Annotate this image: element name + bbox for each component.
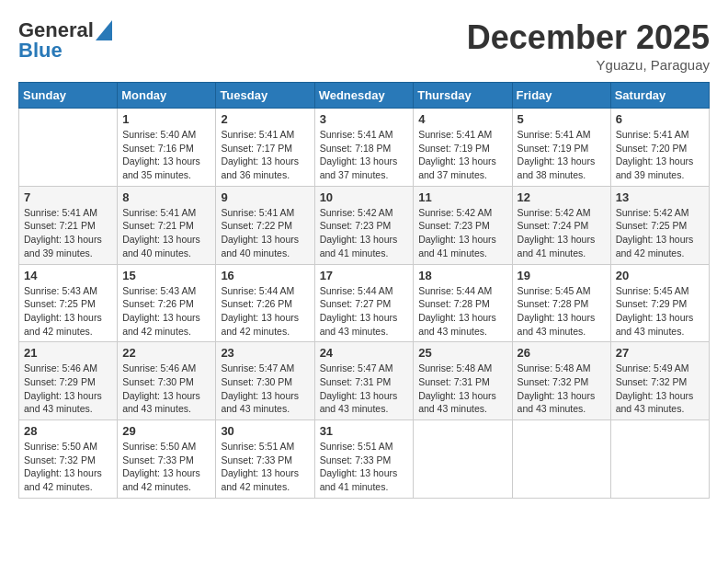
- column-header-wednesday: Wednesday: [314, 83, 414, 109]
- week-row-1: 1Sunrise: 5:40 AMSunset: 7:16 PMDaylight…: [19, 109, 710, 187]
- day-cell: 27Sunrise: 5:49 AMSunset: 7:32 PMDayligh…: [610, 342, 709, 420]
- day-number: 9: [221, 190, 309, 204]
- title-area: December 2025 Yguazu, Paraguay: [467, 18, 710, 73]
- day-info: Sunrise: 5:43 AMSunset: 7:26 PMDaylight:…: [122, 284, 210, 339]
- day-number: 7: [24, 190, 112, 204]
- logo-icon: [96, 20, 112, 40]
- day-info: Sunrise: 5:47 AMSunset: 7:30 PMDaylight:…: [221, 362, 309, 416]
- day-number: 27: [616, 346, 704, 360]
- day-info: Sunrise: 5:48 AMSunset: 7:32 PMDaylight:…: [518, 362, 606, 416]
- day-cell: 6Sunrise: 5:41 AMSunset: 7:20 PMDaylight…: [610, 109, 709, 187]
- day-number: 20: [616, 269, 704, 282]
- day-cell: 28Sunrise: 5:50 AMSunset: 7:32 PMDayligh…: [19, 420, 118, 499]
- day-info: Sunrise: 5:46 AMSunset: 7:30 PMDaylight:…: [122, 362, 210, 416]
- week-row-5: 28Sunrise: 5:50 AMSunset: 7:32 PMDayligh…: [19, 420, 710, 499]
- day-cell: 26Sunrise: 5:48 AMSunset: 7:32 PMDayligh…: [512, 342, 610, 420]
- day-info: Sunrise: 5:46 AMSunset: 7:29 PMDaylight:…: [24, 362, 112, 416]
- day-cell: 16Sunrise: 5:44 AMSunset: 7:26 PMDayligh…: [216, 264, 314, 342]
- column-header-sunday: Sunday: [19, 83, 118, 109]
- day-cell: 14Sunrise: 5:43 AMSunset: 7:25 PMDayligh…: [19, 264, 118, 342]
- day-cell: 15Sunrise: 5:43 AMSunset: 7:26 PMDayligh…: [118, 264, 216, 342]
- day-info: Sunrise: 5:50 AMSunset: 7:33 PMDaylight:…: [122, 440, 210, 494]
- day-number: 26: [518, 346, 606, 360]
- day-cell: 7Sunrise: 5:41 AMSunset: 7:21 PMDaylight…: [19, 186, 118, 264]
- day-cell: 20Sunrise: 5:45 AMSunset: 7:29 PMDayligh…: [610, 264, 709, 342]
- day-number: 8: [122, 190, 210, 204]
- day-info: Sunrise: 5:50 AMSunset: 7:32 PMDaylight:…: [24, 440, 112, 494]
- day-info: Sunrise: 5:48 AMSunset: 7:31 PMDaylight:…: [418, 362, 506, 416]
- day-info: Sunrise: 5:42 AMSunset: 7:24 PMDaylight:…: [518, 206, 606, 260]
- day-info: Sunrise: 5:41 AMSunset: 7:18 PMDaylight:…: [320, 128, 409, 182]
- day-cell: 29Sunrise: 5:50 AMSunset: 7:33 PMDayligh…: [118, 420, 216, 499]
- day-number: 30: [221, 424, 309, 438]
- day-info: Sunrise: 5:41 AMSunset: 7:22 PMDaylight:…: [221, 206, 309, 260]
- column-header-thursday: Thursday: [414, 83, 512, 109]
- day-number: 13: [616, 190, 704, 204]
- day-info: Sunrise: 5:40 AMSunset: 7:16 PMDaylight:…: [122, 128, 210, 182]
- day-info: Sunrise: 5:41 AMSunset: 7:17 PMDaylight:…: [221, 128, 309, 182]
- day-cell: 23Sunrise: 5:47 AMSunset: 7:30 PMDayligh…: [216, 342, 314, 420]
- day-cell: 17Sunrise: 5:44 AMSunset: 7:27 PMDayligh…: [314, 264, 414, 342]
- day-number: 29: [122, 424, 210, 438]
- day-cell: [19, 109, 118, 187]
- day-info: Sunrise: 5:41 AMSunset: 7:21 PMDaylight:…: [24, 206, 112, 260]
- column-header-monday: Monday: [118, 83, 216, 109]
- header-row: SundayMondayTuesdayWednesdayThursdayFrid…: [19, 83, 710, 109]
- day-info: Sunrise: 5:51 AMSunset: 7:33 PMDaylight:…: [320, 440, 409, 494]
- day-number: 15: [122, 269, 210, 282]
- day-info: Sunrise: 5:41 AMSunset: 7:19 PMDaylight:…: [518, 128, 606, 182]
- day-cell: 10Sunrise: 5:42 AMSunset: 7:23 PMDayligh…: [314, 186, 414, 264]
- week-row-2: 7Sunrise: 5:41 AMSunset: 7:21 PMDaylight…: [19, 186, 710, 264]
- svg-marker-0: [96, 20, 112, 40]
- day-cell: 4Sunrise: 5:41 AMSunset: 7:19 PMDaylight…: [414, 109, 512, 187]
- day-info: Sunrise: 5:51 AMSunset: 7:33 PMDaylight:…: [221, 440, 309, 494]
- day-info: Sunrise: 5:42 AMSunset: 7:25 PMDaylight:…: [616, 206, 704, 260]
- day-number: 16: [221, 269, 309, 282]
- day-cell: 8Sunrise: 5:41 AMSunset: 7:21 PMDaylight…: [118, 186, 216, 264]
- day-info: Sunrise: 5:47 AMSunset: 7:31 PMDaylight:…: [320, 362, 409, 416]
- week-row-3: 14Sunrise: 5:43 AMSunset: 7:25 PMDayligh…: [19, 264, 710, 342]
- day-cell: [414, 420, 512, 499]
- week-row-4: 21Sunrise: 5:46 AMSunset: 7:29 PMDayligh…: [19, 342, 710, 420]
- day-number: 21: [24, 346, 112, 360]
- day-number: 4: [418, 112, 506, 126]
- day-number: 5: [518, 112, 606, 126]
- location-subtitle: Yguazu, Paraguay: [467, 57, 710, 73]
- day-cell: [512, 420, 610, 499]
- day-cell: 30Sunrise: 5:51 AMSunset: 7:33 PMDayligh…: [216, 420, 314, 499]
- day-info: Sunrise: 5:43 AMSunset: 7:25 PMDaylight:…: [24, 284, 112, 339]
- day-number: 24: [320, 346, 409, 360]
- day-cell: 25Sunrise: 5:48 AMSunset: 7:31 PMDayligh…: [414, 342, 512, 420]
- day-info: Sunrise: 5:45 AMSunset: 7:28 PMDaylight:…: [518, 284, 606, 339]
- day-cell: 24Sunrise: 5:47 AMSunset: 7:31 PMDayligh…: [314, 342, 414, 420]
- day-cell: 22Sunrise: 5:46 AMSunset: 7:30 PMDayligh…: [118, 342, 216, 420]
- day-cell: 18Sunrise: 5:44 AMSunset: 7:28 PMDayligh…: [414, 264, 512, 342]
- day-number: 28: [24, 424, 112, 438]
- day-info: Sunrise: 5:49 AMSunset: 7:32 PMDaylight:…: [616, 362, 704, 416]
- day-number: 12: [518, 190, 606, 204]
- day-cell: 19Sunrise: 5:45 AMSunset: 7:28 PMDayligh…: [512, 264, 610, 342]
- day-info: Sunrise: 5:44 AMSunset: 7:27 PMDaylight:…: [320, 284, 409, 339]
- day-number: 23: [221, 346, 309, 360]
- day-cell: 13Sunrise: 5:42 AMSunset: 7:25 PMDayligh…: [610, 186, 709, 264]
- day-info: Sunrise: 5:41 AMSunset: 7:19 PMDaylight:…: [418, 128, 506, 182]
- day-number: 2: [221, 112, 309, 126]
- calendar-table: SundayMondayTuesdayWednesdayThursdayFrid…: [18, 82, 710, 499]
- page-header: General Blue December 2025 Yguazu, Parag…: [18, 18, 710, 73]
- day-cell: 11Sunrise: 5:42 AMSunset: 7:23 PMDayligh…: [414, 186, 512, 264]
- day-info: Sunrise: 5:42 AMSunset: 7:23 PMDaylight:…: [418, 206, 506, 260]
- day-number: 3: [320, 112, 409, 126]
- column-header-tuesday: Tuesday: [216, 83, 314, 109]
- day-cell: [610, 420, 709, 499]
- day-cell: 31Sunrise: 5:51 AMSunset: 7:33 PMDayligh…: [314, 420, 414, 499]
- day-info: Sunrise: 5:45 AMSunset: 7:29 PMDaylight:…: [616, 284, 704, 339]
- day-cell: 5Sunrise: 5:41 AMSunset: 7:19 PMDaylight…: [512, 109, 610, 187]
- day-number: 1: [122, 112, 210, 126]
- day-info: Sunrise: 5:44 AMSunset: 7:28 PMDaylight:…: [418, 284, 506, 339]
- day-cell: 2Sunrise: 5:41 AMSunset: 7:17 PMDaylight…: [216, 109, 314, 187]
- day-number: 19: [518, 269, 606, 282]
- day-number: 31: [320, 424, 409, 438]
- column-header-friday: Friday: [512, 83, 610, 109]
- month-title: December 2025: [467, 18, 710, 57]
- day-info: Sunrise: 5:41 AMSunset: 7:21 PMDaylight:…: [122, 206, 210, 260]
